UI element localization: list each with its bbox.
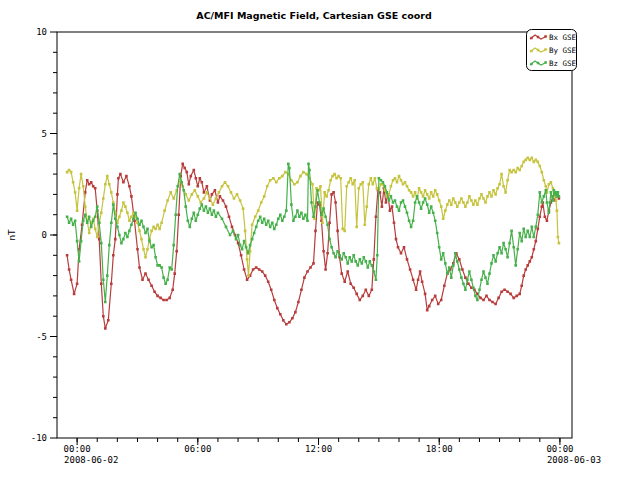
data-series: [66, 157, 560, 330]
x-date-label: 2008-06-03: [547, 455, 601, 465]
magnetic-field-chart: AC/MFI Magnetic Field, Cartesian GSE coo…: [0, 0, 640, 480]
y-tick-label: 0: [42, 230, 47, 240]
y-tick-label: -10: [31, 433, 47, 443]
y-axis-label: nT: [7, 229, 17, 241]
y-tick-label: 10: [36, 27, 47, 37]
x-tick-label: 00:00: [546, 444, 573, 454]
axes: 00:002008-06-0206:0012:0018:0000:002008-…: [31, 27, 601, 465]
x-tick-label: 12:00: [305, 444, 332, 454]
legend-label-by-gse: By GSE: [549, 46, 577, 55]
y-tick-label: 5: [42, 129, 47, 139]
plot-area: [57, 32, 572, 438]
x-tick-label: 18:00: [426, 444, 453, 454]
legend-label-bx-gse: Bx GSE: [549, 33, 577, 42]
chart-figure: AC/MFI Magnetic Field, Cartesian GSE coo…: [0, 0, 640, 480]
y-tick-label: -5: [36, 332, 47, 342]
x-date-label: 2008-06-02: [64, 455, 118, 465]
chart-title: AC/MFI Magnetic Field, Cartesian GSE coo…: [196, 10, 431, 21]
x-tick-label: 00:00: [64, 444, 91, 454]
legend-label-bz-gse: Bz GSE: [549, 59, 577, 68]
x-tick-label: 06:00: [184, 444, 211, 454]
plot-border: [57, 32, 572, 438]
legend: Bx GSEBy GSEBz GSE: [527, 30, 577, 71]
